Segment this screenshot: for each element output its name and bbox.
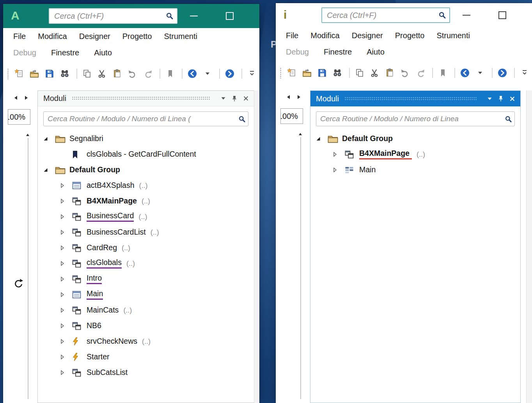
copy-button[interactable] [80,67,94,80]
tree-item[interactable]: B4XMainPage(..) [310,147,520,162]
expand-arrow-icon[interactable] [60,198,72,204]
module-label[interactable]: Intro [87,274,102,284]
scrollbar[interactable] [254,90,259,403]
tree-item[interactable]: NB6 [38,318,254,334]
tree-item[interactable]: Main [38,287,254,302]
tree-item[interactable]: BusinessCardList(..) [38,224,254,240]
expand-arrow-icon[interactable] [60,276,72,282]
module-label[interactable]: CardReg [87,244,117,252]
menu-strumenti[interactable]: Strumenti [164,32,197,41]
expand-arrow-icon[interactable] [60,323,72,329]
tree-item[interactable]: srvCheckNews(..) [38,334,254,349]
tree-item[interactable]: Main [310,162,520,178]
expand-arrow-icon[interactable] [60,230,72,235]
menu-designer[interactable]: Designer [79,32,110,41]
close-icon[interactable] [508,94,516,103]
maximize-button[interactable] [220,7,239,25]
new-module-button[interactable] [285,66,298,80]
menu-modifica[interactable]: Modifica [38,32,67,41]
collapse-arrow-icon[interactable] [316,136,328,141]
collapse-arrow-icon[interactable] [43,168,55,172]
paste-button[interactable] [111,67,124,80]
tab-scroll-left-icon[interactable] [13,95,18,101]
module-label[interactable]: Default Group [342,134,393,143]
toolbar-grip-handle[interactable] [7,68,9,79]
menu-file[interactable]: File [286,31,298,40]
save-button[interactable] [316,66,329,80]
expand-arrow-icon[interactable] [60,183,72,188]
minimize-button[interactable] [184,7,203,25]
tree-item[interactable]: BusinessCard(..) [38,209,254,224]
module-label[interactable]: NB6 [87,322,101,330]
panel-dropdown-icon[interactable] [219,94,227,103]
module-label[interactable]: B4XMainPage [87,197,137,205]
tree-item[interactable]: Starter [38,349,254,365]
panel-dropdown-icon[interactable] [485,94,494,103]
find-button[interactable] [58,67,71,80]
module-label[interactable]: Segnalibri [69,134,103,143]
redo-button[interactable] [141,67,154,80]
tree-item[interactable]: B4XMainPage(..) [38,193,254,209]
menu-aiuto[interactable]: Aiuto [94,48,112,57]
menu-debug[interactable]: Debug [286,48,309,57]
module-label[interactable]: clsGlobals [87,258,122,268]
expand-arrow-icon[interactable] [60,292,72,297]
tree-item[interactable]: MainCats(..) [38,302,254,318]
module-label[interactable]: Main [87,290,103,299]
tree-item[interactable]: SubCatsList [38,365,254,380]
module-label[interactable]: MainCats [87,306,119,314]
cut-button[interactable] [96,67,109,80]
title-search-input[interactable] [322,11,438,20]
expand-arrow-icon[interactable] [333,167,345,173]
maximize-button[interactable] [493,6,512,25]
menu-debug[interactable]: Debug [13,48,36,57]
tree-item[interactable]: Default Group [310,131,520,147]
module-label[interactable]: Default Group [69,166,120,174]
menu-modifica[interactable]: Modifica [310,31,339,40]
bookmark-button[interactable] [436,66,449,80]
menu-strumenti[interactable]: Strumenti [436,31,470,40]
expand-arrow-icon[interactable] [60,245,72,251]
module-label[interactable]: BusinessCard [87,212,134,221]
expand-arrow-icon[interactable] [60,354,72,360]
menu-file[interactable]: File [13,32,26,41]
menu-finestre[interactable]: Finestre [324,48,352,57]
panel-drag-texture[interactable] [344,97,477,101]
module-label[interactable]: SubCatsList [87,368,128,376]
menu-progetto[interactable]: Progetto [395,31,425,40]
tree-item[interactable]: CardReg(..) [38,240,254,256]
expand-arrow-icon[interactable] [333,152,345,157]
nav-back-dropdown-button[interactable] [201,67,214,80]
menu-finestre[interactable]: Finestre [51,48,79,57]
pin-icon[interactable] [497,94,505,103]
undo-button[interactable] [399,66,412,80]
redo-button[interactable] [414,66,427,80]
menu-designer[interactable]: Designer [352,31,383,40]
toolbar-overflow-button[interactable] [245,67,259,80]
close-icon[interactable] [241,94,250,103]
refresh-icon[interactable] [13,278,24,289]
expand-arrow-icon[interactable] [60,339,72,344]
bookmark-button[interactable] [163,67,177,80]
nav-back-button[interactable] [186,67,199,80]
tab-scroll-right-icon[interactable] [24,95,29,101]
module-search-input[interactable] [44,115,238,123]
tree-item[interactable]: Segnalibri [38,131,254,147]
find-button[interactable] [331,66,344,80]
module-label[interactable]: Starter [87,353,110,361]
nav-back-dropdown-button[interactable] [473,66,487,80]
tree-item[interactable]: clsGlobals - GetCardFullContent [38,147,254,162]
tree-item[interactable]: Intro [38,271,254,287]
expand-arrow-icon[interactable] [60,261,72,266]
module-label[interactable]: Main [359,166,376,174]
panel-drag-texture[interactable] [72,96,211,101]
collapse-arrow-icon[interactable] [43,136,55,141]
toolbar-overflow-button[interactable] [518,66,531,80]
save-button[interactable] [43,67,56,80]
copy-button[interactable] [353,66,366,80]
tab-scroll-right-icon[interactable] [297,94,301,100]
undo-button[interactable] [126,67,139,80]
toolbar-grip-handle[interactable] [280,67,282,78]
tree-item[interactable]: clsGlobals(..) [38,256,254,271]
module-label[interactable]: B4XMainPage [359,149,412,159]
